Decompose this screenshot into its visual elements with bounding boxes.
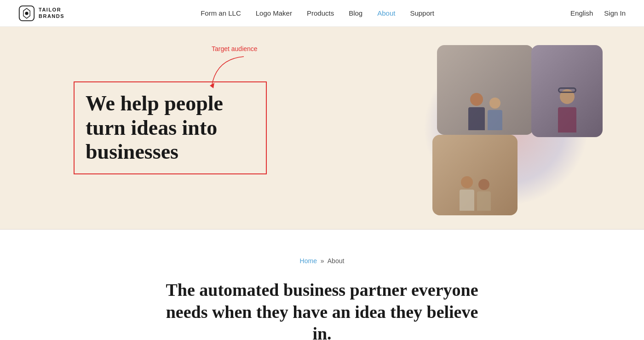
nav-products[interactable]: Products <box>307 9 334 17</box>
hero-section: We help people turn ideas into businesse… <box>0 27 644 229</box>
about-section: Home » About The automated business part… <box>0 230 644 340</box>
annotation-arrow <box>207 54 262 93</box>
logo-icon <box>18 5 35 22</box>
breadcrumb-separator: » <box>321 257 324 265</box>
hero-headline-box: We help people turn ideas into businesse… <box>74 81 267 175</box>
language-selector[interactable]: English <box>570 9 593 17</box>
nav-blog[interactable]: Blog <box>349 9 362 17</box>
sign-in-link[interactable]: Sign In <box>604 9 626 17</box>
main-heading: The automated business partner everyone … <box>156 279 488 340</box>
breadcrumb-home[interactable]: Home <box>300 257 317 265</box>
navbar: TAILOR BRANDS Form an LLC Logo Maker Pro… <box>0 0 644 27</box>
nav-about[interactable]: About <box>377 9 395 17</box>
svg-point-1 <box>25 12 28 15</box>
photo-card-2 <box>531 45 603 137</box>
nav-logo-maker[interactable]: Logo Maker <box>256 9 292 17</box>
photo-card-1 <box>437 45 534 135</box>
hero-headline: We help people turn ideas into businesse… <box>86 92 255 165</box>
nav-right-actions: English Sign In <box>570 9 626 17</box>
nav-menu: Form an LLC Logo Maker Products Blog Abo… <box>201 9 434 17</box>
brand-name: TAILOR BRANDS <box>39 7 64 19</box>
hero-photo-collage <box>414 40 607 225</box>
hero-left: We help people turn ideas into businesse… <box>74 81 267 175</box>
photo-card-3 <box>432 135 518 215</box>
nav-form-llc[interactable]: Form an LLC <box>201 9 241 17</box>
logo-link[interactable]: TAILOR BRANDS <box>18 5 64 22</box>
annotation-label-text: Target audience <box>212 45 258 52</box>
nav-support[interactable]: Support <box>410 9 434 17</box>
breadcrumb: Home » About <box>18 257 626 265</box>
breadcrumb-current: About <box>328 257 345 265</box>
